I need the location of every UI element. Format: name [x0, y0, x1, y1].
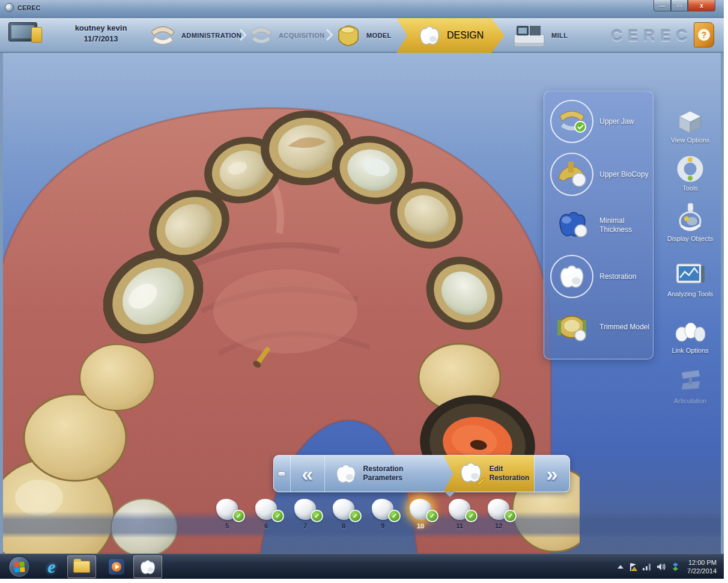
tooth-icon: ✓ [216, 499, 238, 520]
taskbar-clock[interactable]: 12:00 PM 7/22/2014 [687, 558, 720, 576]
tools-ring-icon [660, 155, 721, 183]
trimmed-model-icon [550, 313, 593, 341]
system-tray: ! 12:00 PM 7/22/2014 [617, 554, 720, 579]
start-button[interactable] [8, 556, 30, 578]
stepnav-pointer [444, 492, 455, 497]
tab-administration[interactable]: ADMINISTRATION [149, 18, 241, 53]
previous-step-button[interactable]: « [291, 456, 325, 492]
tab-acquisition: ACQUISITION [249, 18, 325, 53]
close-button[interactable]: x [688, 0, 715, 11]
option-restoration[interactable]: Restoration [550, 255, 650, 298]
tooth-icon: ✓ [410, 499, 431, 520]
option-minimal-thickness[interactable]: Minimal Thickness [550, 210, 650, 240]
workflow-navbar: koutney kevin 11/7/2013 ADMINISTRATION A… [0, 18, 724, 53]
tooth-icon: ✓ [449, 499, 470, 520]
done-badge-icon: ✓ [504, 510, 517, 522]
tooth-thumb-12[interactable]: ✓ 12 [479, 499, 518, 530]
mill-machine-icon [512, 22, 547, 49]
svg-text:!: ! [634, 568, 635, 572]
analyzing-tools-icon [660, 262, 721, 288]
view-options-cube-icon [660, 109, 721, 135]
window-title: CEREC [17, 4, 41, 11]
tooth-icon: ✓ [488, 499, 509, 520]
restoration-parameters-icon [333, 463, 359, 484]
sidebar-item-display-objects[interactable]: Display Objects [660, 202, 721, 243]
window-titlebar[interactable]: CEREC — ▭ x [0, 0, 724, 18]
display-options-panel: Upper Jaw Upper BioCopy Minimal Thickn [544, 91, 654, 359]
taskbar-file-explorer[interactable] [67, 555, 96, 578]
taskbar-internet-explorer[interactable]: e [37, 555, 66, 578]
tooth-icon: ✓ [255, 499, 277, 520]
taskbar-media-player[interactable] [102, 555, 131, 578]
done-badge-icon: ✓ [311, 510, 323, 522]
tooth-thumb-8[interactable]: ✓ 8 [324, 499, 363, 530]
media-player-icon [109, 559, 124, 575]
volume-icon[interactable] [657, 563, 666, 571]
tab-design[interactable]: DESIGN [396, 18, 505, 53]
step-edit-restoration[interactable]: Edit Restoration [443, 456, 534, 492]
tab-mill[interactable]: MILL [512, 18, 568, 53]
option-upper-biocopy[interactable]: Upper BioCopy [550, 153, 650, 196]
taskbar-cerec-app[interactable] [133, 555, 162, 578]
tooth-thumb-9[interactable]: ✓ 9 [363, 499, 402, 530]
maximize-button[interactable]: ▭ [671, 0, 688, 11]
design-crown-icon [417, 25, 442, 46]
network-signal-icon[interactable] [642, 563, 652, 571]
upper-jaw-icon [550, 100, 593, 143]
question-mark-icon: ? [698, 29, 710, 41]
model-block-icon [335, 23, 362, 48]
minimize-button[interactable]: — [654, 0, 671, 11]
folder-icon [31, 27, 42, 43]
show-hidden-icons-button[interactable] [617, 564, 624, 570]
action-center-flag-icon[interactable]: ! [628, 562, 638, 572]
windows-taskbar: e ! [0, 554, 724, 579]
tooth-thumb-11[interactable]: ✓ 11 [440, 499, 479, 530]
option-upper-jaw[interactable]: Upper Jaw [550, 100, 650, 143]
desktop-screen: CEREC — ▭ x koutney kevin 11/7/2013 ADMI… [0, 0, 724, 579]
folder-icon [73, 561, 90, 573]
help-button[interactable]: ? [694, 22, 714, 47]
double-chevron-left-icon: « [302, 462, 313, 486]
sidebar-item-analyzing-tools[interactable]: Analyzing Tools [660, 262, 721, 298]
done-badge-icon: ✓ [426, 510, 438, 522]
design-step-navigator: « Restoration Parameters Edit Restoratio… [273, 455, 570, 492]
tooth-thumb-5[interactable]: ✓ 5 [208, 499, 246, 530]
patient-name: koutney kevin [53, 23, 149, 34]
patient-info[interactable]: koutney kevin 11/7/2013 [53, 23, 149, 44]
done-badge-icon: ✓ [388, 510, 401, 522]
patient-date: 11/7/2013 [53, 34, 149, 44]
internet-explorer-icon: e [47, 557, 55, 577]
link-options-teeth-icon [660, 321, 721, 345]
display-objects-icon [660, 202, 721, 233]
tooth-thumb-7[interactable]: ✓ 7 [286, 499, 324, 530]
window-frame-left [0, 53, 3, 554]
sidebar-item-articulation: Articulation [660, 368, 721, 405]
sidebar-item-tools[interactable]: Tools [660, 155, 721, 192]
done-badge-icon: ✓ [349, 510, 362, 522]
restoration-icon [550, 255, 593, 298]
tab-model[interactable]: MODEL [335, 18, 392, 53]
cerec-logo: CEREC [601, 26, 703, 45]
next-step-button[interactable]: » [534, 456, 569, 492]
cerec-app-icon [5, 3, 14, 12]
step-restoration-parameters[interactable]: Restoration Parameters [325, 456, 444, 492]
done-badge-icon: ✓ [465, 510, 478, 522]
done-badge-icon: ✓ [232, 510, 245, 522]
clock-date: 7/22/2014 [687, 567, 717, 575]
tray-app-icon[interactable] [670, 562, 681, 572]
collapse-stepnav-button[interactable] [274, 456, 291, 492]
administration-icon [149, 24, 177, 47]
option-trimmed-model[interactable]: Trimmed Model [550, 313, 650, 341]
cerec-tooth-icon [139, 559, 157, 575]
administration-app-icon[interactable] [7, 21, 46, 49]
acquisition-icon [249, 25, 274, 46]
tooth-thumb-10-selected[interactable]: ✓ 10 [401, 499, 440, 530]
sidebar-item-view-options[interactable]: View Options [660, 109, 721, 144]
edit-restoration-icon [458, 461, 484, 486]
upper-biocopy-icon [550, 153, 593, 196]
clock-time: 12:00 PM [687, 558, 717, 567]
window-frame-right [721, 53, 724, 554]
sidebar-item-link-options[interactable]: Link Options [660, 321, 721, 355]
tooth-thumb-6[interactable]: ✓ 6 [247, 499, 285, 530]
double-chevron-right-icon: » [547, 462, 558, 486]
